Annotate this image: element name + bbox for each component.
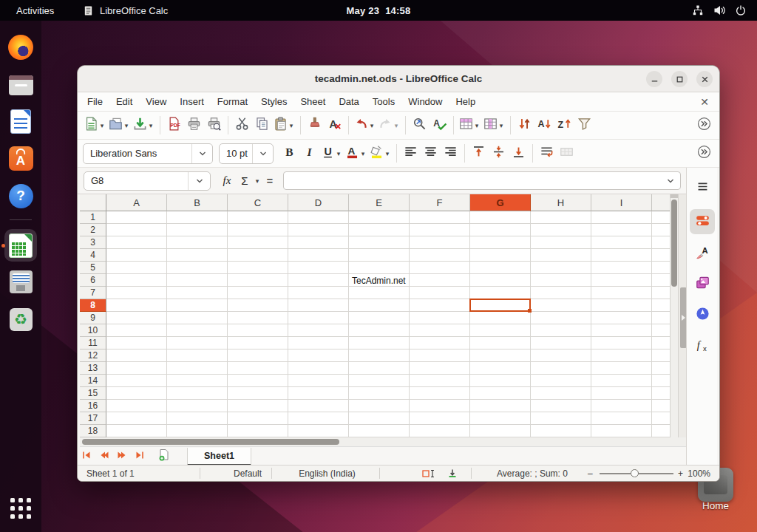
- language-status[interactable]: English (India): [285, 466, 370, 481]
- document-modified-indicator[interactable]: [447, 466, 458, 481]
- insert-column-button[interactable]: ▾: [482, 115, 506, 137]
- zoom-in-button[interactable]: +: [678, 466, 683, 481]
- autofilter-button[interactable]: [574, 115, 594, 137]
- zoom-out-button[interactable]: –: [588, 466, 593, 481]
- column-header-A[interactable]: A: [106, 194, 167, 211]
- highlight-color-button[interactable]: ▾: [368, 143, 393, 165]
- redo-button[interactable]: ▾: [377, 115, 401, 137]
- menu-file[interactable]: File: [81, 94, 109, 109]
- dropdown-arrow-icon[interactable]: ▾: [384, 150, 391, 157]
- add-sheet-button[interactable]: [155, 448, 174, 466]
- dropdown-arrow-icon[interactable]: ▾: [335, 150, 342, 157]
- align-left-button[interactable]: [401, 143, 421, 165]
- previous-sheet-button[interactable]: [95, 449, 113, 465]
- wrap-text-button[interactable]: [537, 143, 557, 165]
- undo-button[interactable]: ▾: [353, 115, 377, 137]
- sum-button[interactable]: Σ: [236, 171, 254, 191]
- row-header-16[interactable]: 16: [80, 400, 106, 412]
- page-style[interactable]: Default: [211, 466, 285, 481]
- sum-dropdown[interactable]: ▾: [254, 177, 261, 185]
- insert-row-button[interactable]: ▾: [458, 115, 482, 137]
- close-button[interactable]: [696, 71, 713, 87]
- row-header-14[interactable]: 14: [80, 375, 106, 387]
- cell-cursor[interactable]: [469, 299, 531, 312]
- print-button[interactable]: [184, 115, 204, 137]
- dropdown-arrow-icon[interactable]: ▾: [498, 122, 505, 129]
- row-header-12[interactable]: 12: [80, 349, 106, 362]
- spelling-button[interactable]: A: [430, 115, 449, 137]
- row-header-10[interactable]: 10: [80, 324, 106, 337]
- menu-help[interactable]: Help: [449, 94, 482, 109]
- vertical-scrollbar[interactable]: [670, 194, 679, 437]
- toolbar-more-button[interactable]: [694, 143, 714, 165]
- next-sheet-button[interactable]: [113, 449, 131, 465]
- font-name-combobox[interactable]: Liberation Sans: [83, 143, 213, 164]
- name-box[interactable]: G8: [84, 171, 211, 191]
- row-header-2[interactable]: 2: [80, 224, 106, 236]
- function-wizard-button[interactable]: fx: [218, 171, 236, 191]
- dropdown-arrow-icon[interactable]: ▾: [368, 122, 376, 129]
- sheet-tab-sheet1[interactable]: Sheet1: [187, 448, 251, 466]
- name-box-dropdown[interactable]: [188, 172, 210, 190]
- dock-item-writer[interactable]: [7, 108, 34, 134]
- column-header-C[interactable]: C: [228, 194, 288, 211]
- zoom-level[interactable]: 100%: [688, 466, 710, 481]
- clear-formatting-button[interactable]: A: [325, 115, 344, 137]
- row-header-8[interactable]: 8: [80, 299, 106, 312]
- row-header-5[interactable]: 5: [80, 262, 106, 274]
- italic-button[interactable]: I: [299, 143, 319, 165]
- dock-item-app-grid[interactable]: [7, 495, 34, 522]
- open-folder-button[interactable]: ▾: [107, 115, 132, 137]
- chevron-down-icon[interactable]: [252, 144, 273, 163]
- align-vcenter-button[interactable]: [489, 143, 509, 165]
- row-header-6[interactable]: 6: [80, 274, 106, 287]
- copy-button[interactable]: [252, 115, 272, 137]
- horizontal-scrollbar-thumb[interactable]: [82, 439, 339, 445]
- dock-item-trash[interactable]: ♻: [7, 306, 34, 332]
- window-titlebar[interactable]: tecadmin.net.ods - LibreOffice Calc: [78, 66, 719, 92]
- fill-handle[interactable]: [528, 309, 532, 313]
- column-header-partial[interactable]: [652, 194, 670, 211]
- sort-button[interactable]: [515, 115, 534, 137]
- menu-insert[interactable]: Insert: [173, 94, 211, 109]
- row-header-9[interactable]: 9: [80, 312, 106, 324]
- cell-grid[interactable]: TecAdmin.net: [106, 211, 670, 437]
- minimize-button[interactable]: [646, 71, 662, 87]
- align-bottom-button[interactable]: [509, 143, 529, 165]
- clock[interactable]: May 2314:58: [0, 5, 757, 16]
- sort-descending-button[interactable]: Z: [554, 115, 574, 137]
- formula-bar-expand[interactable]: [661, 177, 680, 185]
- menu-sheet[interactable]: Sheet: [293, 94, 332, 109]
- sheet-info[interactable]: Sheet 1 of 1: [86, 466, 135, 481]
- font-color-button[interactable]: A▾: [344, 143, 368, 165]
- chevron-down-icon[interactable]: [191, 144, 212, 163]
- sidebar-tab-navigator[interactable]: [690, 302, 715, 327]
- sidebar-tab-functions[interactable]: fx: [690, 334, 715, 359]
- row-header-4[interactable]: 4: [80, 249, 106, 262]
- toolbar-more-button[interactable]: [694, 115, 714, 137]
- horizontal-scrollbar[interactable]: [80, 437, 688, 447]
- export-pdf-button[interactable]: PDF: [164, 115, 184, 137]
- last-sheet-button[interactable]: [131, 449, 149, 465]
- save-button[interactable]: ▾: [132, 115, 156, 137]
- dropdown-arrow-icon[interactable]: ▾: [98, 122, 106, 129]
- insert-mode-indicator[interactable]: [422, 466, 437, 481]
- menu-format[interactable]: Format: [211, 94, 254, 109]
- print-preview-button[interactable]: [204, 115, 224, 137]
- row-header-7[interactable]: 7: [80, 287, 106, 299]
- menu-view[interactable]: View: [139, 94, 173, 109]
- row-header-1[interactable]: 1: [80, 211, 106, 224]
- sidebar-tab-gallery[interactable]: [690, 271, 715, 296]
- dropdown-arrow-icon[interactable]: ▾: [123, 122, 130, 129]
- maximize-button[interactable]: [671, 71, 688, 87]
- sidebar-tab-sidebar-settings[interactable]: [690, 175, 715, 200]
- column-header-G[interactable]: G: [470, 194, 531, 211]
- paste-button[interactable]: ▾: [272, 115, 296, 137]
- clone-formatting-button[interactable]: [305, 115, 325, 137]
- sidebar-tab-styles[interactable]: A: [690, 242, 715, 267]
- align-right-button[interactable]: [441, 143, 461, 165]
- menu-tools[interactable]: Tools: [366, 94, 401, 109]
- find-replace-button[interactable]: [410, 115, 430, 137]
- split-window-handle[interactable]: [671, 194, 678, 198]
- menu-edit[interactable]: Edit: [109, 94, 139, 109]
